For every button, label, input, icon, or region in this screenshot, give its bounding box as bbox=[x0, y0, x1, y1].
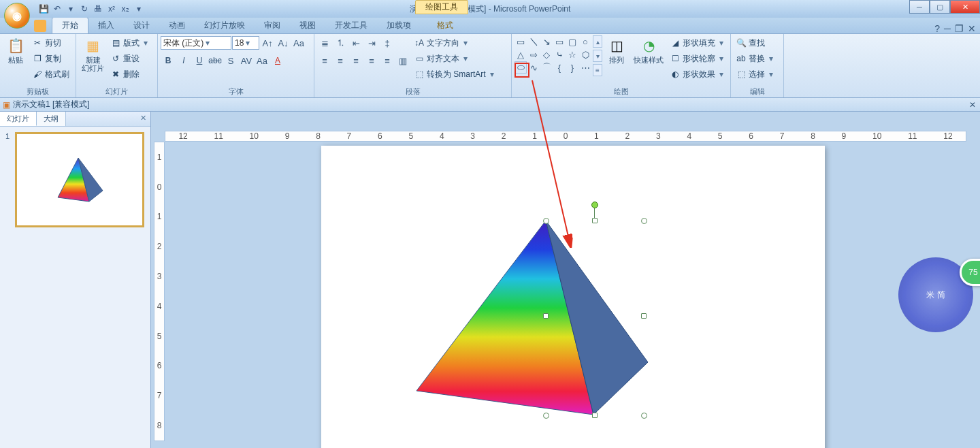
clear-format-button[interactable]: Aa bbox=[291, 35, 306, 50]
delete-slide-button[interactable]: ✖删除 bbox=[108, 67, 152, 82]
shape-hex-icon[interactable]: ⬡ bbox=[579, 48, 591, 61]
tab-addins[interactable]: 加载项 bbox=[377, 18, 421, 33]
shadow-button[interactable]: S bbox=[223, 53, 238, 68]
undo-icon[interactable]: ↶ bbox=[52, 3, 63, 14]
shape-textbox-icon[interactable]: ▭ bbox=[514, 35, 527, 48]
print-icon[interactable]: 🖶 bbox=[93, 3, 103, 14]
cut-button[interactable]: ✂剪切 bbox=[30, 35, 71, 50]
align-right-button[interactable]: ≡ bbox=[348, 53, 363, 68]
doc-restore-button[interactable]: ❐ bbox=[955, 23, 964, 34]
shape-brace-l-icon[interactable]: { bbox=[553, 61, 566, 74]
shape-outline-button[interactable]: ☐形状轮廓▾ bbox=[668, 51, 728, 66]
align-text-button[interactable]: ▭对齐文本▾ bbox=[412, 51, 498, 66]
sel-handle-tm[interactable] bbox=[592, 218, 598, 223]
change-case-button[interactable]: Aa bbox=[255, 53, 270, 68]
close-button[interactable]: ✕ bbox=[950, 0, 980, 14]
paste-button[interactable]: 📋 粘贴 bbox=[3, 35, 29, 65]
shrink-font-button[interactable]: A↓ bbox=[276, 35, 291, 50]
select-button[interactable]: ⬚选择▾ bbox=[734, 67, 777, 82]
save-icon[interactable]: 💾 bbox=[38, 3, 49, 14]
qat-more-icon[interactable]: ▾ bbox=[133, 3, 144, 14]
shape-connector-icon[interactable]: ⤷ bbox=[553, 48, 566, 61]
tab-animation[interactable]: 动画 bbox=[159, 18, 195, 33]
bold-button[interactable]: B bbox=[161, 53, 176, 68]
shape-more-icon[interactable]: ⋯ bbox=[579, 61, 591, 74]
underline-button[interactable]: U bbox=[192, 53, 207, 68]
align-center-button[interactable]: ≡ bbox=[333, 53, 348, 68]
format-painter-button[interactable]: 🖌格式刷 bbox=[30, 67, 71, 82]
subscript-icon[interactable]: x₂ bbox=[120, 3, 131, 14]
indent-dec-button[interactable]: ⇤ bbox=[348, 35, 363, 50]
docbar-close-button[interactable]: ✕ bbox=[969, 100, 976, 110]
shape-brace-r-icon[interactable]: } bbox=[566, 61, 578, 74]
shape-star-icon[interactable]: ☆ bbox=[566, 48, 578, 61]
tab-design[interactable]: 设计 bbox=[124, 18, 159, 33]
shape-fill-button[interactable]: ◢形状填充▾ bbox=[668, 35, 728, 50]
maximize-button[interactable]: ▢ bbox=[930, 0, 950, 14]
reset-button[interactable]: ↺重设 bbox=[108, 51, 152, 66]
justify-button[interactable]: ≡ bbox=[364, 53, 379, 68]
nav-close-button[interactable]: ✕ bbox=[140, 114, 146, 123]
arrange-button[interactable]: ◫ 排列 bbox=[604, 35, 630, 65]
shape-roundrect-icon[interactable]: ▢ bbox=[566, 35, 578, 48]
bullets-button[interactable]: ≣ bbox=[317, 35, 332, 50]
help-icon[interactable]: ? bbox=[934, 23, 940, 34]
tab-format[interactable]: 格式 bbox=[427, 18, 463, 33]
minimize-button[interactable]: ─ bbox=[909, 0, 930, 14]
shape-arc-icon[interactable]: ⌒ bbox=[540, 61, 553, 74]
shape-arrow2-icon[interactable]: ⇨ bbox=[527, 48, 540, 61]
rotate-handle[interactable] bbox=[591, 202, 598, 208]
nav-tab-outline[interactable]: 大纲 bbox=[37, 112, 66, 126]
sel-handle-ml[interactable] bbox=[543, 313, 549, 319]
line-spacing-button[interactable]: ‡ bbox=[380, 35, 395, 50]
copy-button[interactable]: ❐复制 bbox=[30, 51, 71, 66]
text-direction-button[interactable]: ↕A文字方向▾ bbox=[412, 35, 498, 50]
slide-canvas[interactable] bbox=[321, 146, 825, 448]
nav-tab-slides[interactable]: 幻灯片 bbox=[0, 112, 37, 126]
thumbnail-list[interactable]: 1 bbox=[0, 127, 150, 448]
shape-rect-icon[interactable]: ▭ bbox=[553, 35, 566, 48]
tab-home[interactable]: 开始 bbox=[52, 17, 88, 33]
sel-handle-tl[interactable] bbox=[543, 218, 549, 224]
font-name-combo[interactable]: 宋体 (正文)▾ bbox=[161, 36, 231, 50]
layout-button[interactable]: ▤版式▾ bbox=[108, 35, 152, 50]
sel-handle-bl[interactable] bbox=[543, 413, 549, 419]
sel-handle-bm[interactable] bbox=[592, 413, 598, 418]
char-spacing-button[interactable]: AV bbox=[239, 53, 254, 68]
sel-handle-mr[interactable] bbox=[641, 313, 647, 319]
tab-insert[interactable]: 插入 bbox=[88, 18, 124, 33]
gallery-expand-icon[interactable]: ≡ bbox=[593, 64, 602, 76]
tab-review[interactable]: 审阅 bbox=[255, 18, 290, 33]
grow-font-button[interactable]: A↑ bbox=[260, 35, 275, 50]
redo-icon[interactable]: ↻ bbox=[79, 3, 90, 14]
align-left-button[interactable]: ≡ bbox=[317, 53, 332, 68]
doc-close-button[interactable]: ✕ bbox=[968, 23, 976, 34]
shape-oval-icon[interactable]: ○ bbox=[579, 35, 591, 48]
convert-smartart-button[interactable]: ⬚转换为 SmartArt▾ bbox=[412, 67, 498, 82]
columns-button[interactable]: ▥ bbox=[395, 53, 410, 68]
indent-inc-button[interactable]: ⇥ bbox=[364, 35, 379, 50]
tab-developer[interactable]: 开发工具 bbox=[325, 18, 377, 33]
slide-thumbnail[interactable] bbox=[15, 132, 144, 227]
gallery-down-icon[interactable]: ▾ bbox=[593, 50, 602, 62]
replace-button[interactable]: ab替换▾ bbox=[734, 51, 777, 66]
quick-styles-button[interactable]: ◔ 快速样式 bbox=[631, 35, 666, 65]
tab-view[interactable]: 视图 bbox=[290, 18, 325, 33]
sel-handle-br[interactable] bbox=[641, 413, 647, 419]
new-slide-button[interactable]: ▦ 新建 幻灯片 bbox=[79, 35, 107, 74]
distribute-button[interactable]: ≡ bbox=[380, 53, 395, 68]
shape-arrow-icon[interactable]: ↘ bbox=[540, 35, 553, 48]
font-color-button[interactable]: A bbox=[270, 53, 285, 68]
italic-button[interactable]: I bbox=[176, 53, 191, 68]
sel-handle-tr[interactable] bbox=[641, 218, 647, 224]
shape-diamond-icon[interactable]: ◇ bbox=[540, 48, 553, 61]
shape-line-icon[interactable]: ＼ bbox=[527, 35, 540, 48]
tab-slideshow[interactable]: 幻灯片放映 bbox=[195, 18, 255, 33]
font-size-combo[interactable]: 18▾ bbox=[232, 36, 259, 50]
gallery-up-icon[interactable]: ▴ bbox=[593, 35, 602, 48]
office-button[interactable]: ◉ bbox=[4, 3, 30, 29]
strike-button[interactable]: abc bbox=[208, 53, 223, 68]
numbering-button[interactable]: ⒈ bbox=[333, 35, 348, 50]
superscript-icon[interactable]: x² bbox=[106, 3, 117, 14]
find-button[interactable]: 🔍查找 bbox=[734, 35, 777, 50]
